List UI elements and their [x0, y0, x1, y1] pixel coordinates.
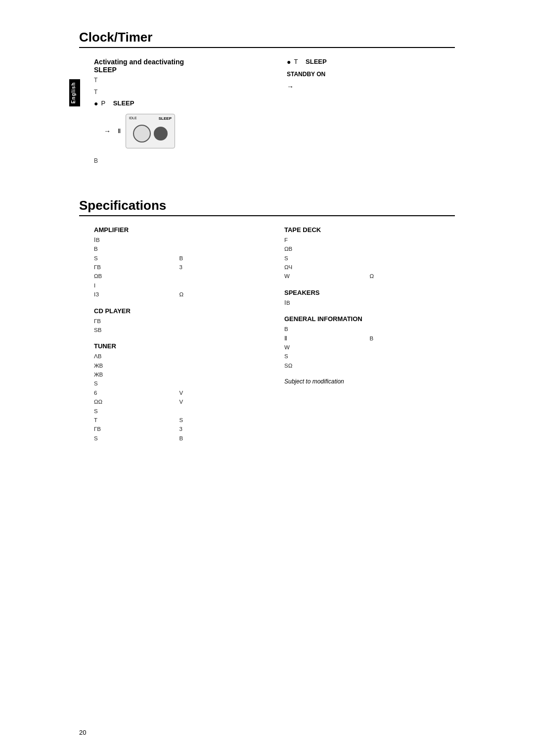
spec-row: B: [284, 325, 455, 333]
clock-right-column: ● T SLEEP STANDBY ON →: [277, 58, 455, 168]
tape-deck-title: TAPE DECK: [284, 226, 455, 234]
amplifier-title: AMPLIFIER: [94, 226, 265, 234]
speakers-title: SPEAKERS: [284, 289, 455, 296]
button-illustration: IDLE SLEEP: [126, 114, 175, 148]
spec-row: W: [284, 343, 455, 352]
speakers-group: SPEAKERS ⅠB: [284, 289, 455, 307]
spec-row: ЅB: [94, 326, 265, 334]
btn-circles: [133, 125, 168, 142]
spec-row: ⅠB: [94, 236, 265, 244]
sleep-bullet-row: ● P SLEEP: [94, 99, 262, 108]
amplifier-group: AMPLIFIER ⅠB B S B ΓB 3: [94, 226, 265, 299]
language-tab-label: English: [71, 82, 76, 103]
specs-right-col: TAPE DECK F ΩB S ΩЧ: [284, 226, 455, 451]
clock-left-column: Activating and deactivating SLEEP T T ● …: [79, 58, 277, 168]
btn-circle-large: [133, 125, 151, 142]
sleep-label: SLEEP: [113, 99, 134, 107]
spec-row: IЗ Ω: [94, 290, 265, 299]
tuner-group: TUNER ΛB ЖB ЖB S: [94, 342, 265, 443]
spec-row: ЖB: [94, 361, 265, 370]
spec-row: T S: [94, 416, 265, 425]
specs-left-col: AMPLIFIER ⅠB B S B ΓB 3: [94, 226, 265, 451]
page: English Clock/Timer Activating and deact…: [0, 0, 534, 756]
clock-content: Activating and deactivating SLEEP T T ● …: [79, 58, 455, 168]
spec-row: S B: [94, 434, 265, 443]
standby-label-block: STANDBY ON: [287, 70, 455, 78]
cd-player-title: CD PLAYER: [94, 307, 265, 315]
spec-row: S: [94, 379, 265, 388]
spec-row: B: [94, 244, 265, 253]
button-row: → Ⅱ IDLE SLEEP: [104, 110, 262, 152]
right-bullet-dot: ●: [287, 58, 291, 66]
spec-row: ΩΩ V: [94, 397, 265, 406]
specifications-section: Specifications AMPLIFIER ⅠB B: [79, 198, 455, 451]
cd-player-group: CD PLAYER ΓB ЅB: [94, 307, 265, 335]
btlabel-idle: IDLE: [129, 116, 137, 120]
spec-row: ⅠB: [284, 298, 455, 307]
language-tab: English: [69, 79, 80, 106]
subject-note: Subject to modification: [284, 378, 455, 385]
right-sleep-label: SLEEP: [306, 58, 327, 65]
clock-timer-section: Clock/Timer Activating and deactivating …: [79, 30, 455, 168]
spec-row: ЅΩ: [284, 361, 455, 370]
specs-section-title: Specifications: [79, 198, 455, 213]
page-number: 20: [79, 729, 86, 736]
spec-row: ΩB: [284, 244, 455, 253]
spec-row: ΓB 3: [94, 425, 265, 433]
clock-body-text-3: B: [94, 156, 262, 165]
spec-row: F: [284, 236, 455, 244]
spec-row: ΓB: [94, 317, 265, 326]
specs-divider: [79, 215, 455, 216]
spec-row: I: [94, 281, 265, 290]
btn-circle-small: [154, 127, 168, 141]
tape-deck-group: TAPE DECK F ΩB S ΩЧ: [284, 226, 455, 281]
section-divider: [79, 47, 455, 48]
subsection-title: Activating and deactivating SLEEP: [94, 58, 262, 74]
tuner-title: TUNER: [94, 342, 265, 350]
bullet-prefix: P: [101, 99, 105, 107]
dial-symbol: Ⅱ: [118, 127, 121, 135]
standby-on-label: STANDBY ON: [287, 71, 325, 78]
spec-row: ЖB: [94, 370, 265, 379]
spec-row: S: [284, 254, 455, 263]
spec-row: ΓB 3: [94, 263, 265, 272]
clock-body-text-1: T: [94, 76, 262, 85]
right-bullet-prefix: T: [294, 58, 298, 65]
spec-row: S: [284, 352, 455, 361]
clock-section-title: Clock/Timer: [79, 30, 455, 45]
btlabel-sleep: SLEEP: [159, 116, 172, 121]
spec-row: Ⅱ B: [284, 334, 455, 343]
clock-body-text-2: T: [94, 88, 262, 96]
bullet-dot: ●: [94, 99, 98, 108]
spec-row: S B: [94, 254, 265, 263]
general-info-group: GENERAL INFORMATION B Ⅱ B W S: [284, 315, 455, 370]
specs-grid: AMPLIFIER ⅠB B S B ΓB 3: [79, 226, 455, 451]
spec-row: W Ω: [284, 272, 455, 281]
spec-row: ΩЧ: [284, 263, 455, 272]
spec-row: S: [94, 407, 265, 416]
right-arrow-row: →: [287, 83, 455, 91]
right-arrow-icon: →: [287, 83, 294, 91]
spec-row: 6 V: [94, 388, 265, 397]
right-bullet-row: ● T SLEEP: [287, 58, 455, 66]
arrow-icon: →: [104, 127, 111, 135]
spec-row: ΛB: [94, 352, 265, 361]
general-info-title: GENERAL INFORMATION: [284, 315, 455, 323]
spec-row: ΩB: [94, 272, 265, 281]
